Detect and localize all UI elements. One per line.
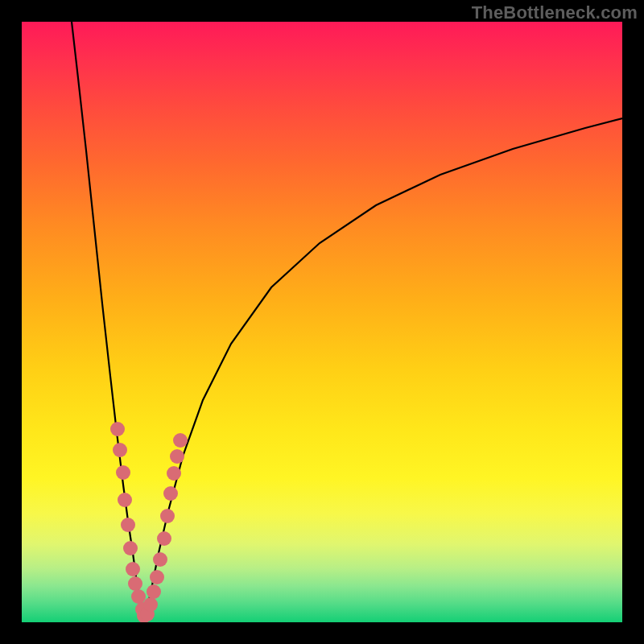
data-point — [128, 576, 142, 591]
data-point — [173, 433, 188, 448]
chart-frame: TheBottleneck.com — [0, 0, 644, 644]
curve-left-branch — [72, 22, 144, 622]
curve-right-branch — [144, 118, 622, 622]
plot-area — [22, 22, 622, 622]
chart-svg — [22, 22, 622, 622]
data-point — [153, 552, 167, 567]
data-points-cluster — [110, 422, 188, 622]
data-point — [147, 584, 161, 599]
data-point — [170, 449, 184, 464]
data-point — [167, 466, 181, 481]
data-point — [160, 509, 175, 523]
data-point — [157, 531, 171, 546]
data-point — [113, 443, 127, 457]
data-point — [150, 570, 164, 584]
data-point — [163, 486, 178, 501]
data-point — [131, 589, 146, 604]
data-point — [123, 541, 138, 555]
data-point — [116, 465, 130, 480]
data-point — [110, 422, 125, 436]
data-point — [121, 518, 135, 532]
watermark-text: TheBottleneck.com — [472, 2, 638, 23]
data-point — [118, 493, 132, 507]
data-point — [126, 562, 140, 576]
data-point — [143, 597, 158, 612]
